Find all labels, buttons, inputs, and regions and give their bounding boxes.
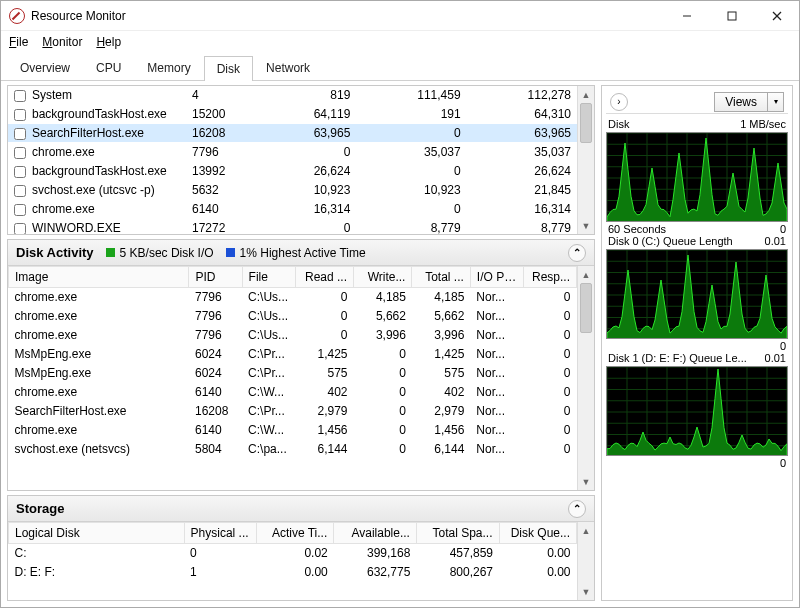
table-row[interactable]: backgroundTaskHost.exe1520064,11919164,3… — [8, 105, 577, 124]
col-file[interactable]: File — [242, 267, 295, 288]
table-row[interactable]: SearchFilterHost.exe16208C:\Pr...2,97902… — [9, 402, 577, 421]
cell-write: 0 — [354, 402, 412, 421]
row-checkbox[interactable] — [8, 124, 26, 143]
cell-total: 3,996 — [412, 326, 470, 345]
table-row[interactable]: MsMpEng.exe6024C:\Pr...5750575Nor...0 — [9, 364, 577, 383]
cell-total: 5,662 — [412, 307, 470, 326]
cell-pid: 7796 — [189, 288, 242, 307]
tab-overview[interactable]: Overview — [7, 55, 83, 80]
row-checkbox[interactable] — [8, 86, 26, 105]
col-queue[interactable]: Disk Que... — [499, 523, 576, 544]
col-prio[interactable]: I/O Pr... — [470, 267, 523, 288]
cell-total: 457,859 — [416, 544, 499, 563]
col-read[interactable]: Read ... — [295, 267, 353, 288]
row-checkbox[interactable] — [8, 162, 26, 181]
menu-monitor[interactable]: Monitor — [42, 35, 82, 50]
tab-cpu[interactable]: CPU — [83, 55, 134, 80]
col-ldisk[interactable]: Logical Disk — [9, 523, 185, 544]
cell-image: chrome.exe — [9, 288, 189, 307]
row-checkbox[interactable] — [8, 143, 26, 162]
disk-activity-header[interactable]: Disk Activity 5 KB/sec Disk I/O 1% Highe… — [8, 240, 594, 266]
cell-resp: 0 — [523, 402, 576, 421]
cell-prio: Nor... — [470, 383, 523, 402]
col-avail[interactable]: Available... — [334, 523, 417, 544]
cell-prio: Nor... — [470, 326, 523, 345]
table-row[interactable]: chrome.exe7796C:\Us...05,6625,662Nor...0 — [9, 307, 577, 326]
cell-write: 0 — [356, 162, 466, 181]
cell-write: 8,779 — [356, 219, 466, 235]
cell-read: 575 — [295, 364, 353, 383]
table-row[interactable]: svchost.exe (utcsvc -p)563210,92310,9232… — [8, 181, 577, 200]
table-row[interactable]: MsMpEng.exe6024C:\Pr...1,42501,425Nor...… — [9, 345, 577, 364]
row-checkbox[interactable] — [8, 200, 26, 219]
col-write[interactable]: Write... — [354, 267, 412, 288]
tab-memory[interactable]: Memory — [134, 55, 203, 80]
chart-footer-left: 60 Seconds — [608, 223, 666, 235]
row-checkbox[interactable] — [8, 181, 26, 200]
processes-scrollbar[interactable]: ▲ ▼ — [577, 86, 594, 234]
tab-network[interactable]: Network — [253, 55, 323, 80]
col-resp[interactable]: Resp... — [523, 267, 576, 288]
table-row[interactable]: WINWORD.EXE1727208,7798,779 — [8, 219, 577, 235]
menu-help[interactable]: Help — [96, 35, 121, 50]
table-row[interactable]: D: E: F:10.00632,775800,2670.00 — [9, 563, 577, 582]
metric-active-time: 1% Highest Active Time — [226, 246, 366, 260]
cell-image: chrome.exe — [26, 200, 186, 219]
collapse-button[interactable]: ⌃ — [568, 500, 586, 518]
cell-file: C:\Pr... — [242, 402, 295, 421]
row-checkbox[interactable] — [8, 219, 26, 235]
maximize-button[interactable] — [709, 1, 754, 30]
tab-disk[interactable]: Disk — [204, 56, 253, 81]
table-row[interactable]: SearchFilterHost.exe1620863,965063,965 — [8, 124, 577, 143]
cell-read: 0 — [246, 219, 356, 235]
cell-total: 4,185 — [412, 288, 470, 307]
col-pdisk[interactable]: Physical ... — [184, 523, 256, 544]
table-row[interactable]: chrome.exe7796C:\Us...03,9963,996Nor...0 — [9, 326, 577, 345]
col-active[interactable]: Active Ti... — [256, 523, 333, 544]
cell-pid: 7796 — [189, 326, 242, 345]
activity-scrollbar[interactable]: ▲ ▼ — [577, 266, 594, 490]
col-total[interactable]: Total ... — [412, 267, 470, 288]
table-row[interactable]: C:00.02399,168457,8590.00 — [9, 544, 577, 563]
cell-write: 3,996 — [354, 326, 412, 345]
table-row[interactable]: svchost.exe (netsvcs)5804C:\pa...6,14406… — [9, 440, 577, 459]
col-image[interactable]: Image — [9, 267, 189, 288]
body: System4819111,459112,278backgroundTaskHo… — [1, 81, 799, 607]
table-row[interactable]: chrome.exe6140C:\W...1,45601,456Nor...0 — [9, 421, 577, 440]
collapse-button[interactable]: ⌃ — [568, 244, 586, 262]
cell-image: SearchFilterHost.exe — [26, 124, 186, 143]
col-pid[interactable]: PID — [189, 267, 242, 288]
storage-scrollbar[interactable]: ▲ ▼ — [577, 522, 594, 600]
table-row[interactable]: chrome.exe7796C:\Us...04,1854,185Nor...0 — [9, 288, 577, 307]
views-dropdown-icon[interactable]: ▾ — [768, 92, 784, 112]
cell-read: 10,923 — [246, 181, 356, 200]
panel-storage: Storage ⌃ Logical Disk Physical ... Acti… — [7, 495, 595, 601]
menu-file[interactable]: File — [9, 35, 28, 50]
chart-canvas — [606, 132, 788, 222]
storage-header[interactable]: Storage ⌃ — [8, 496, 594, 522]
table-row[interactable]: System4819111,459112,278 — [8, 86, 577, 105]
cell-write: 111,459 — [356, 86, 466, 105]
cell-total: 2,979 — [412, 402, 470, 421]
views-splitbutton[interactable]: Views ▾ — [714, 92, 784, 112]
table-row[interactable]: chrome.exe6140C:\W...4020402Nor...0 — [9, 383, 577, 402]
minimize-button[interactable] — [664, 1, 709, 30]
cell-resp: 0 — [523, 383, 576, 402]
table-row[interactable]: chrome.exe7796035,03735,037 — [8, 143, 577, 162]
cell-image: chrome.exe — [9, 326, 189, 345]
row-checkbox[interactable] — [8, 105, 26, 124]
col-total[interactable]: Total Spa... — [416, 523, 499, 544]
cell-pid: 4 — [186, 86, 246, 105]
expand-charts-button[interactable]: › — [610, 93, 628, 111]
cell-pid: 5804 — [189, 440, 242, 459]
cell-write: 191 — [356, 105, 466, 124]
table-row[interactable]: chrome.exe614016,314016,314 — [8, 200, 577, 219]
chart-title-left: Disk 0 (C:) Queue Length — [608, 235, 733, 247]
table-row[interactable]: backgroundTaskHost.exe1399226,624026,624 — [8, 162, 577, 181]
cell-read: 16,314 — [246, 200, 356, 219]
cell-total: 64,310 — [467, 105, 577, 124]
cell-prio: Nor... — [470, 288, 523, 307]
cell-file: C:\Us... — [242, 288, 295, 307]
close-button[interactable] — [754, 1, 799, 30]
views-label[interactable]: Views — [714, 92, 768, 112]
